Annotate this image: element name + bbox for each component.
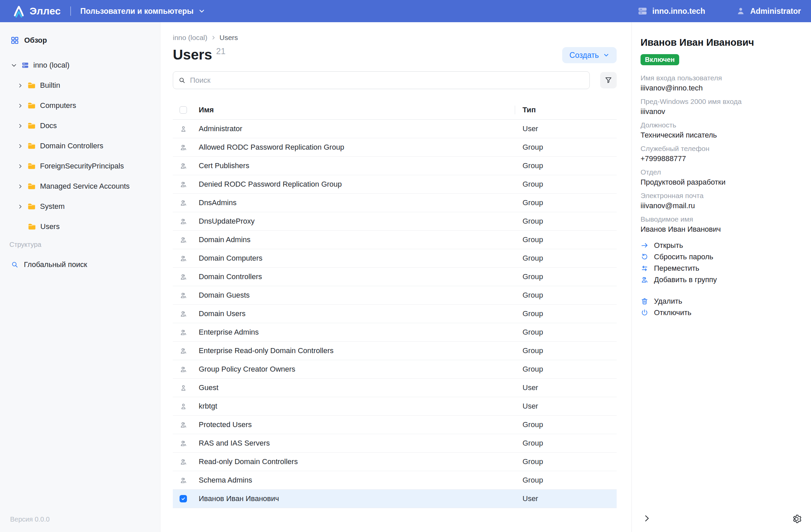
table-row[interactable]: Cert Publishers Group xyxy=(173,157,617,175)
row-name: krbtgt xyxy=(199,402,515,411)
table-row[interactable]: DnsUpdateProxy Group xyxy=(173,212,617,231)
table-row[interactable]: Domain Admins Group xyxy=(173,231,617,249)
row-name: RAS and IAS Servers xyxy=(199,439,515,447)
chevron-right-icon[interactable] xyxy=(17,83,23,89)
chevron-right-icon[interactable] xyxy=(17,184,23,189)
actions-danger: Удалить Отключить xyxy=(641,295,801,318)
tree-item-users[interactable]: Users xyxy=(0,216,160,237)
row-name: Read-only Domain Controllers xyxy=(199,457,515,466)
table-row[interactable]: Guest User xyxy=(173,379,617,397)
tree-item-folder[interactable]: Computers xyxy=(0,95,160,116)
tree-item-label: Domain Controllers xyxy=(40,141,103,150)
chevron-down-icon[interactable] xyxy=(11,62,17,69)
chevron-right-icon[interactable] xyxy=(17,103,23,109)
field-label: Отдел xyxy=(641,168,801,176)
tree-root-inno-local[interactable]: inno (local) xyxy=(0,55,160,75)
delete-action[interactable]: Удалить xyxy=(641,295,801,307)
gear-icon[interactable] xyxy=(792,514,801,524)
row-type: Group xyxy=(515,291,617,300)
breadcrumb-current[interactable]: Users xyxy=(219,34,238,42)
global-search-label: Глобальный поиск xyxy=(24,260,87,269)
table-row[interactable]: RAS and IAS Servers Group xyxy=(173,434,617,453)
module-switcher[interactable]: Пользователи и компьютеры xyxy=(80,7,205,16)
row-type: Group xyxy=(515,309,617,318)
tree-item-folder[interactable]: Domain Controllers xyxy=(0,136,160,156)
table-row[interactable]: Иванов Иван Иванович User xyxy=(173,490,617,508)
account-indicator[interactable]: Administrator xyxy=(736,6,801,16)
module-switcher-label: Пользователи и компьютеры xyxy=(80,7,194,16)
server-icon xyxy=(21,61,29,69)
filter-button[interactable] xyxy=(600,72,617,89)
column-separator xyxy=(515,106,515,114)
topbar-divider xyxy=(70,6,71,16)
row-type: Group xyxy=(515,365,617,374)
column-header-name[interactable]: Имя xyxy=(199,106,515,114)
user-icon xyxy=(180,402,187,410)
domain-indicator[interactable]: inno.inno.tech xyxy=(638,6,705,16)
table-row[interactable]: Allowed RODC Password Replication Group … xyxy=(173,138,617,157)
add-to-group-action[interactable]: Добавить в группу xyxy=(641,274,801,286)
tree-item-folder[interactable]: System xyxy=(0,196,160,216)
tree-item-label: Docs xyxy=(40,121,57,130)
create-button[interactable]: Создать xyxy=(562,47,617,63)
table-row[interactable]: Domain Computers Group xyxy=(173,249,617,268)
user-icon xyxy=(180,125,187,133)
folder-icon xyxy=(27,121,36,130)
table-row[interactable]: Enterprise Admins Group xyxy=(173,323,617,342)
objects-table: Имя Тип xyxy=(173,100,617,508)
group-icon xyxy=(180,143,187,151)
chevron-down-icon xyxy=(198,8,205,14)
group-icon xyxy=(180,273,187,281)
structure-section-label: Структура xyxy=(10,241,160,248)
group-icon xyxy=(180,366,187,373)
tree-item-folder[interactable]: Docs xyxy=(0,116,160,136)
tree-item-folder[interactable]: ForeignSecurityPrincipals xyxy=(0,156,160,176)
sidebar-item-overview[interactable]: Обзор xyxy=(0,34,160,46)
breadcrumb-root[interactable]: inno (local) xyxy=(173,34,208,42)
table-row[interactable]: krbtgt User xyxy=(173,397,617,416)
grid-icon xyxy=(11,36,19,45)
open-action[interactable]: Открыть xyxy=(641,240,801,251)
power-icon xyxy=(641,309,648,317)
table-row[interactable]: Domain Users Group xyxy=(173,305,617,323)
row-type: Group xyxy=(515,254,617,263)
search-input[interactable] xyxy=(173,71,590,89)
chevron-right-icon[interactable] xyxy=(17,204,23,210)
table-row[interactable]: Denied RODC Password Replication Group G… xyxy=(173,175,617,194)
chevron-right-icon xyxy=(211,35,216,40)
move-action[interactable]: Переместить xyxy=(641,263,801,274)
row-type: User xyxy=(515,402,617,411)
table-row[interactable]: Enterprise Read-only Domain Controllers … xyxy=(173,342,617,360)
chevron-right-icon[interactable] xyxy=(17,164,23,169)
column-header-type[interactable]: Тип xyxy=(515,106,617,114)
brand-title: Эллес xyxy=(30,5,61,17)
table-row[interactable]: Read-only Domain Controllers Group xyxy=(173,453,617,471)
group-icon xyxy=(180,347,187,355)
field-label: Выводимое имя xyxy=(641,215,801,223)
disable-action[interactable]: Отключить xyxy=(641,307,801,318)
select-all-checkbox[interactable] xyxy=(180,106,187,114)
table-row[interactable]: Schema Admins Group xyxy=(173,471,617,490)
table-row[interactable]: DnsAdmins Group xyxy=(173,194,617,212)
reset-password-action[interactable]: Сбросить пароль xyxy=(641,251,801,263)
domain-name: inno.inno.tech xyxy=(652,7,705,16)
row-type: Group xyxy=(515,328,617,337)
table-row[interactable]: Administrator User xyxy=(173,120,617,138)
group-icon xyxy=(180,291,187,299)
table-row[interactable]: Protected Users Group xyxy=(173,416,617,434)
chevron-right-icon[interactable] xyxy=(17,143,23,149)
tree-item-folder[interactable]: Managed Service Accounts xyxy=(0,176,160,196)
group-icon xyxy=(180,329,187,336)
folder-icon xyxy=(27,162,36,170)
sidebar: Обзор inno (local) xyxy=(0,22,160,532)
tree-item-folder[interactable]: Builtin xyxy=(0,75,160,95)
field-label: Имя входа пользователя xyxy=(641,74,801,82)
table-row[interactable]: Group Policy Creator Owners Group xyxy=(173,360,617,379)
row-checkbox[interactable] xyxy=(180,495,187,502)
table-row[interactable]: Domain Controllers Group xyxy=(173,268,617,286)
table-row[interactable]: Domain Guests Group xyxy=(173,286,617,305)
collapse-panel-button[interactable] xyxy=(643,514,651,522)
global-search-item[interactable]: Глобальный поиск xyxy=(0,258,160,271)
group-icon xyxy=(180,458,187,466)
chevron-right-icon[interactable] xyxy=(17,123,23,129)
